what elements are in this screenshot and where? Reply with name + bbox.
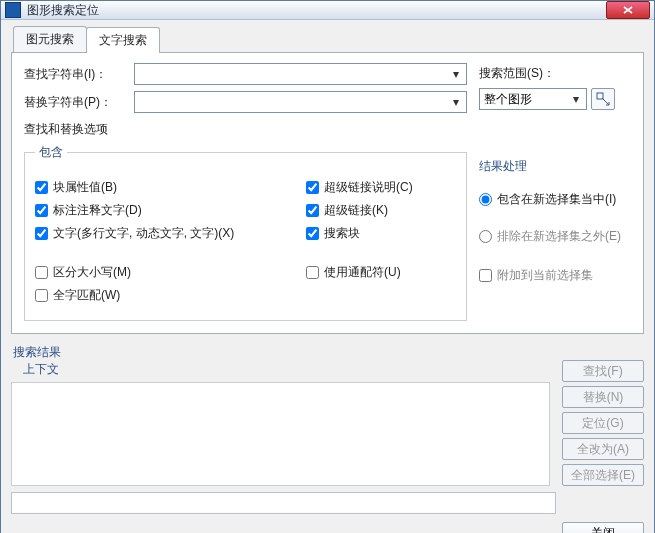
left-column: 查找字符串(I)： ▾ 替换字符串(P)： ▾ 查找和替换选项 包含 [24, 63, 467, 321]
result-handling-title: 结果处理 [479, 158, 631, 175]
radio-exclude-new[interactable]: 排除在新选择集之外(E) [479, 228, 631, 245]
tab-page: 查找字符串(I)： ▾ 替换字符串(P)： ▾ 查找和替换选项 包含 [11, 52, 644, 334]
chk-label: 文字(多行文字, 动态文字, 文字)(X) [53, 225, 234, 242]
replace-label: 替换字符串(P)： [24, 94, 134, 111]
chk-case[interactable]: 区分大小写(M) [35, 264, 306, 281]
action-buttons: 查找(F) 替换(N) 定位(G) 全改为(A) 全部选择(E) [562, 338, 644, 486]
include-legend: 包含 [35, 144, 67, 161]
chk-label: 区分大小写(M) [53, 264, 131, 281]
scope-select[interactable]: 整个图形 ▾ [479, 88, 587, 110]
right-column: 搜索范围(S)： 整个图形 ▾ 结果处理 包含在新选择集当中(I) 排除在新选择… [479, 63, 631, 321]
chk-block-attr[interactable]: 块属性值(B) [35, 179, 306, 196]
chk-dim-text[interactable]: 标注注释文字(D) [35, 202, 306, 219]
chk-hyperlink[interactable]: 超级链接(K) [306, 202, 456, 219]
radio-label: 包含在新选择集当中(I) [497, 191, 616, 208]
replace-button[interactable]: 替换(N) [562, 386, 644, 408]
find-label: 查找字符串(I)： [24, 66, 134, 83]
radio-label: 排除在新选择集之外(E) [497, 228, 621, 245]
status-slot [11, 492, 556, 514]
window-title: 图形搜索定位 [27, 2, 606, 19]
dropdown-arrow-icon: ▾ [448, 66, 464, 82]
replace-input[interactable]: ▾ [134, 91, 467, 113]
scope-value: 整个图形 [480, 91, 532, 108]
dropdown-arrow-icon: ▾ [448, 94, 464, 110]
results-list[interactable] [11, 382, 550, 486]
pick-icon [596, 92, 610, 106]
tab-text-search[interactable]: 文字搜索 [86, 27, 160, 53]
find-input[interactable]: ▾ [134, 63, 467, 85]
include-group: 包含 块属性值(B) 标注注释文字(D) 文字(多行文字, 动态文字, 文字)(… [24, 144, 467, 321]
locate-button[interactable]: 定位(G) [562, 412, 644, 434]
pick-objects-button[interactable] [591, 88, 615, 110]
tab-strip: 图元搜索 文字搜索 [13, 26, 644, 52]
chk-text-mtext[interactable]: 文字(多行文字, 动态文字, 文字)(X) [35, 225, 306, 242]
find-button[interactable]: 查找(F) [562, 360, 644, 382]
chk-label: 全字匹配(W) [53, 287, 120, 304]
results-label: 搜索结果 [13, 344, 550, 361]
chk-append-current[interactable]: 附加到当前选择集 [479, 267, 631, 284]
bottom-row [11, 492, 644, 514]
close-dialog-button[interactable]: 关闭 [562, 522, 644, 533]
app-icon [5, 2, 21, 18]
chk-label: 超级链接(K) [324, 202, 388, 219]
chk-wildcard[interactable]: 使用通配符(U) [306, 264, 456, 281]
close-icon [623, 6, 633, 14]
chk-label: 使用通配符(U) [324, 264, 401, 281]
select-all-button[interactable]: 全部选择(E) [562, 464, 644, 486]
replace-all-button[interactable]: 全改为(A) [562, 438, 644, 460]
dialog-body: 图元搜索 文字搜索 查找字符串(I)： ▾ 替换字符串(P)： ▾ [1, 20, 654, 533]
chk-whole-word[interactable]: 全字匹配(W) [35, 287, 306, 304]
chk-label: 搜索块 [324, 225, 360, 242]
tab-element-search[interactable]: 图元搜索 [13, 26, 87, 52]
chk-label: 附加到当前选择集 [497, 267, 593, 284]
context-label: 上下文 [23, 361, 550, 378]
chk-label: 超级链接说明(C) [324, 179, 413, 196]
chk-label: 块属性值(B) [53, 179, 117, 196]
chk-hyperlink-desc[interactable]: 超级链接说明(C) [306, 179, 456, 196]
dialog-window: 图形搜索定位 图元搜索 文字搜索 查找字符串(I)： ▾ 替换字符串(P)： [0, 0, 655, 533]
options-title: 查找和替换选项 [24, 121, 467, 138]
dropdown-arrow-icon: ▾ [568, 91, 584, 107]
scope-label: 搜索范围(S)： [479, 65, 631, 82]
titlebar: 图形搜索定位 [1, 1, 654, 20]
close-button[interactable] [606, 1, 650, 19]
radio-include-new[interactable]: 包含在新选择集当中(I) [479, 191, 631, 208]
chk-search-block[interactable]: 搜索块 [306, 225, 456, 242]
results-row: 搜索结果 上下文 查找(F) 替换(N) 定位(G) 全改为(A) 全部选择(E… [11, 338, 644, 486]
chk-label: 标注注释文字(D) [53, 202, 142, 219]
